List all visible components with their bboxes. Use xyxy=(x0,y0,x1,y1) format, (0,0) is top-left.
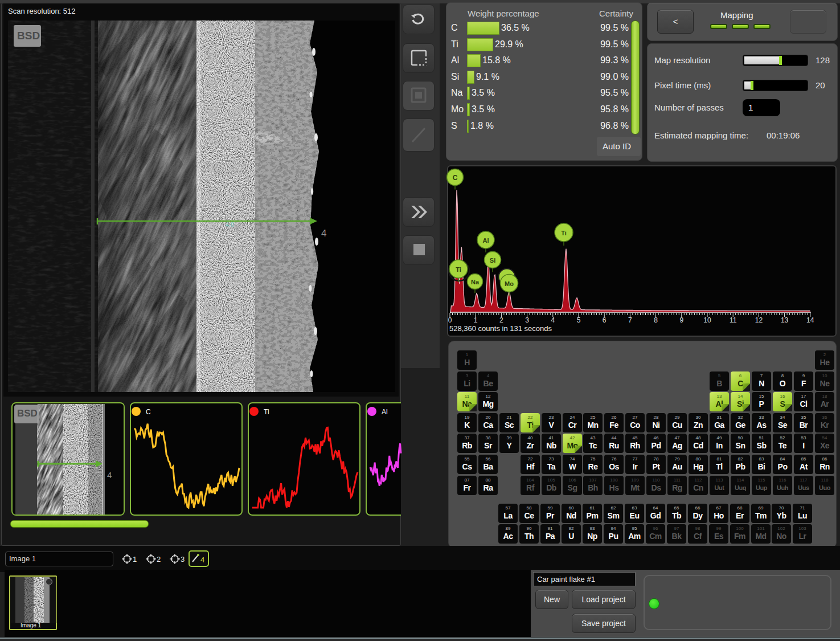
svg-text:3: 3 xyxy=(181,555,185,564)
svg-text:7: 7 xyxy=(628,316,632,324)
svg-text:5: 5 xyxy=(577,316,581,324)
svg-text:11: 11 xyxy=(730,316,737,324)
svg-text:0: 0 xyxy=(448,316,452,324)
svg-text:Ti: Ti xyxy=(456,266,461,273)
svg-text:528,360 counts in 131 seconds: 528,360 counts in 131 seconds xyxy=(449,324,552,333)
svg-text:Ti: Ti xyxy=(561,230,567,236)
svg-text:1: 1 xyxy=(474,316,478,324)
svg-text:C: C xyxy=(453,174,458,182)
svg-text:2: 2 xyxy=(157,555,161,564)
svg-text:8: 8 xyxy=(654,316,658,324)
svg-text:6: 6 xyxy=(603,316,607,324)
svg-text:3: 3 xyxy=(525,316,529,324)
svg-text:13: 13 xyxy=(781,316,789,324)
svg-text:12: 12 xyxy=(755,316,763,324)
svg-text:1: 1 xyxy=(133,555,137,564)
svg-text:Si: Si xyxy=(490,257,495,264)
svg-text:10: 10 xyxy=(703,316,711,324)
svg-text:4: 4 xyxy=(200,556,204,564)
svg-text:2: 2 xyxy=(499,316,503,324)
svg-text:4: 4 xyxy=(551,316,555,324)
svg-text:Na: Na xyxy=(471,279,480,285)
svg-text:Al: Al xyxy=(483,237,489,244)
svg-text:Mo: Mo xyxy=(505,280,514,287)
svg-text:14: 14 xyxy=(806,316,814,324)
svg-text:9: 9 xyxy=(679,316,683,324)
